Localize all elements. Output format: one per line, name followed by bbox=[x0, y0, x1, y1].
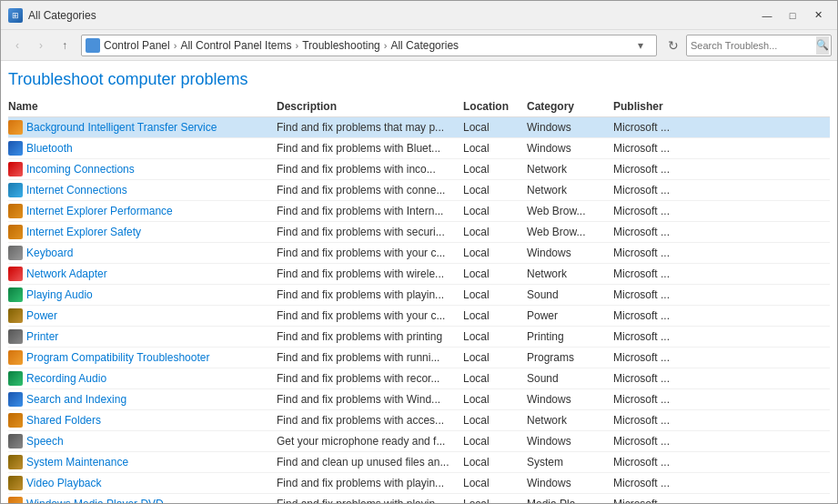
row-cat: Programs bbox=[527, 351, 613, 364]
table-row[interactable]: Windows Media Player DVD Find and fix pr… bbox=[8, 494, 830, 503]
table-row[interactable]: Program Compatibility Troubleshooter Fin… bbox=[8, 348, 830, 368]
table-row[interactable]: Power Find and fix problems with your c.… bbox=[8, 306, 830, 327]
up-button[interactable]: ↑ bbox=[54, 35, 76, 56]
row-cat: Network bbox=[527, 414, 613, 427]
row-cat: Windows bbox=[527, 477, 613, 489]
row-icon bbox=[8, 287, 23, 302]
row-desc: Find and fix problems with playin... bbox=[277, 477, 463, 489]
row-loc: Local bbox=[463, 372, 527, 385]
row-desc: Get your microphone ready and f... bbox=[277, 435, 463, 448]
row-pub: Microsoft ... bbox=[613, 267, 830, 280]
minimize-button[interactable]: — bbox=[755, 6, 779, 25]
table-row[interactable]: Background Intelligent Transfer Service … bbox=[8, 117, 830, 138]
row-cat: Windows bbox=[527, 435, 613, 448]
table-row[interactable]: Network Adapter Find and fix problems wi… bbox=[8, 264, 830, 285]
row-pub: Microsoft ... bbox=[613, 498, 830, 503]
row-cat: Web Brow... bbox=[527, 226, 613, 238]
row-name-cell: Video Playback bbox=[8, 476, 277, 490]
row-loc: Local bbox=[463, 205, 527, 217]
row-cat: Sound bbox=[527, 288, 613, 301]
row-icon bbox=[8, 434, 23, 449]
address-part-2: All Control Panel Items bbox=[180, 39, 291, 52]
address-path: Control Panel › All Control Panel Items … bbox=[104, 39, 459, 52]
row-name-cell: Network Adapter bbox=[8, 267, 277, 281]
row-pub: Microsoft ... bbox=[613, 330, 830, 343]
refresh-button[interactable]: ↻ bbox=[662, 35, 684, 56]
close-button[interactable]: ✕ bbox=[806, 6, 830, 25]
window-icon: ⊞ bbox=[8, 8, 23, 23]
table-row[interactable]: Speech Get your microphone ready and f..… bbox=[8, 431, 830, 452]
row-cat: System bbox=[527, 456, 613, 469]
address-bar[interactable]: Control Panel › All Control Panel Items … bbox=[81, 35, 657, 56]
row-loc: Local bbox=[463, 351, 527, 364]
search-button[interactable]: 🔍 bbox=[816, 36, 829, 55]
content-area: Troubleshoot computer problems Name Desc… bbox=[1, 61, 837, 503]
row-loc: Local bbox=[463, 288, 527, 301]
title-bar: ⊞ All Categories — □ ✕ bbox=[1, 1, 837, 30]
table-row[interactable]: Video Playback Find and fix problems wit… bbox=[8, 473, 830, 494]
col-name: Name bbox=[8, 100, 277, 113]
row-desc: Find and fix problems with conne... bbox=[277, 184, 463, 197]
row-icon bbox=[8, 476, 23, 490]
row-icon bbox=[8, 120, 23, 135]
search-bar[interactable]: 🔍 bbox=[686, 35, 832, 56]
row-name-cell: Internet Explorer Performance bbox=[8, 204, 277, 218]
row-name-cell: Internet Connections bbox=[8, 183, 277, 197]
table-row[interactable]: Bluetooth Find and fix problems with Blu… bbox=[8, 138, 830, 159]
table-row[interactable]: Playing Audio Find and fix problems with… bbox=[8, 285, 830, 306]
table-row[interactable]: Printer Find and fix problems with print… bbox=[8, 327, 830, 348]
address-dropdown-icon[interactable]: ▾ bbox=[638, 39, 652, 52]
table-row[interactable]: Keyboard Find and fix problems with your… bbox=[8, 243, 830, 264]
table-row[interactable]: Recording Audio Find and fix problems wi… bbox=[8, 368, 830, 389]
row-pub: Microsoft ... bbox=[613, 226, 830, 238]
row-name-cell: Playing Audio bbox=[8, 287, 277, 302]
row-pub: Microsoft ... bbox=[613, 372, 830, 385]
table-header: Name Description Location Category Publi… bbox=[8, 96, 830, 117]
row-name-cell: Windows Media Player DVD bbox=[8, 497, 277, 503]
row-pub: Microsoft ... bbox=[613, 351, 830, 364]
table-row[interactable]: Internet Explorer Performance Find and f… bbox=[8, 201, 830, 222]
row-loc: Local bbox=[463, 142, 527, 155]
window-title: All Categories bbox=[28, 9, 755, 22]
row-cat: Web Brow... bbox=[527, 205, 613, 217]
row-cat: Network bbox=[527, 267, 613, 280]
row-icon bbox=[8, 497, 23, 503]
row-name-cell: Bluetooth bbox=[8, 141, 277, 156]
row-cat: Network bbox=[527, 184, 613, 197]
address-icon bbox=[86, 38, 100, 53]
page-title: Troubleshoot computer problems bbox=[8, 61, 830, 96]
col-loc: Location bbox=[463, 100, 527, 113]
row-icon bbox=[8, 371, 23, 386]
forward-button[interactable]: › bbox=[30, 35, 52, 56]
nav-bar: ‹ › ↑ Control Panel › All Control Panel … bbox=[1, 30, 837, 61]
col-cat: Category bbox=[527, 100, 613, 113]
maximize-button[interactable]: □ bbox=[781, 6, 804, 25]
row-icon bbox=[8, 392, 23, 407]
col-pub: Publisher bbox=[613, 100, 830, 113]
row-loc: Local bbox=[463, 184, 527, 197]
address-part-3: Troubleshooting bbox=[302, 39, 380, 52]
row-desc: Find and clean up unused files an... bbox=[277, 456, 463, 469]
table-row[interactable]: Search and Indexing Find and fix problem… bbox=[8, 389, 830, 410]
table-row[interactable]: Incoming Connections Find and fix proble… bbox=[8, 159, 830, 180]
row-desc: Find and fix problems with your c... bbox=[277, 309, 463, 322]
row-pub: Microsoft ... bbox=[613, 477, 830, 489]
row-pub: Microsoft ... bbox=[613, 393, 830, 406]
row-name-cell: Keyboard bbox=[8, 246, 277, 260]
window-controls: — □ ✕ bbox=[755, 6, 830, 25]
row-desc: Find and fix problems with printing bbox=[277, 330, 463, 343]
table-row[interactable]: System Maintenance Find and clean up unu… bbox=[8, 452, 830, 473]
row-name-cell: Background Intelligent Transfer Service bbox=[8, 120, 277, 135]
back-button[interactable]: ‹ bbox=[6, 35, 28, 56]
row-desc: Find and fix problems with Bluet... bbox=[277, 142, 463, 155]
row-loc: Local bbox=[463, 247, 527, 259]
table-row[interactable]: Shared Folders Find and fix problems wit… bbox=[8, 410, 830, 431]
search-input[interactable] bbox=[691, 40, 816, 51]
row-icon bbox=[8, 350, 23, 365]
table-row[interactable]: Internet Explorer Safety Find and fix pr… bbox=[8, 222, 830, 243]
row-name-cell: Program Compatibility Troubleshooter bbox=[8, 350, 277, 365]
row-icon bbox=[8, 162, 23, 176]
row-cat: Windows bbox=[527, 247, 613, 259]
row-name-cell: Power bbox=[8, 308, 277, 323]
table-row[interactable]: Internet Connections Find and fix proble… bbox=[8, 180, 830, 201]
